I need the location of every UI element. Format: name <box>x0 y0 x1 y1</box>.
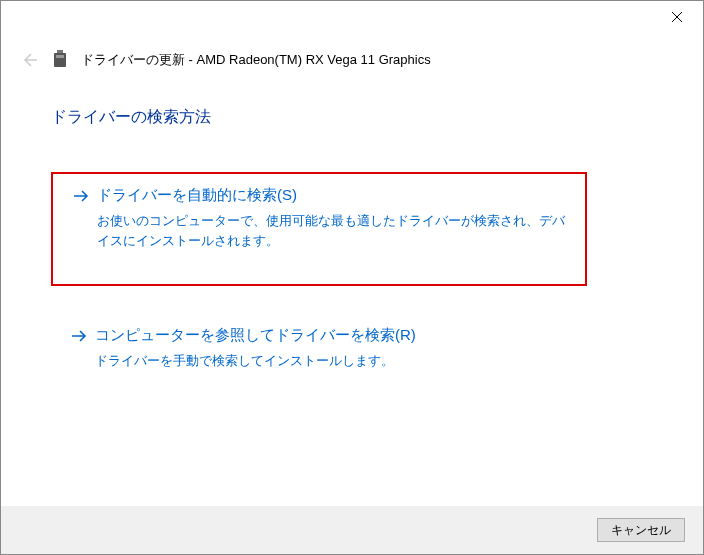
footer: キャンセル <box>1 506 703 554</box>
back-arrow-icon <box>20 51 38 69</box>
header: ドライバーの更新 - AMD Radeon(TM) RX Vega 11 Gra… <box>1 33 703 79</box>
option-auto-desc: お使いのコンピューターで、使用可能な最も適したドライバーが検索され、デバイスにイ… <box>97 211 565 250</box>
option-browse[interactable]: コンピューターを参照してドライバーを検索(R) ドライバーを手動で検索してインス… <box>51 312 587 385</box>
svg-rect-3 <box>56 55 64 58</box>
page-heading: ドライバーの検索方法 <box>51 107 653 128</box>
option-auto-search[interactable]: ドライバーを自動的に検索(S) お使いのコンピューターで、使用可能な最も適したド… <box>51 172 587 286</box>
close-button[interactable] <box>663 3 691 31</box>
option-title-row: コンピューターを参照してドライバーを検索(R) <box>71 326 567 345</box>
arrow-right-icon <box>73 189 89 203</box>
window-title: ドライバーの更新 - AMD Radeon(TM) RX Vega 11 Gra… <box>81 51 431 69</box>
option-browse-title: コンピューターを参照してドライバーを検索(R) <box>95 326 416 345</box>
cancel-button[interactable]: キャンセル <box>597 518 685 542</box>
option-title-row: ドライバーを自動的に検索(S) <box>73 186 565 205</box>
back-button[interactable] <box>19 50 39 70</box>
svg-rect-4 <box>57 50 63 53</box>
device-icon <box>51 49 69 71</box>
arrow-right-icon <box>71 329 87 343</box>
title-bar <box>1 1 703 33</box>
close-icon <box>671 11 683 23</box>
option-browse-desc: ドライバーを手動で検索してインストールします。 <box>95 351 567 371</box>
content-area: ドライバーの検索方法 ドライバーを自動的に検索(S) お使いのコンピューターで、… <box>1 79 703 385</box>
option-auto-title: ドライバーを自動的に検索(S) <box>97 186 297 205</box>
